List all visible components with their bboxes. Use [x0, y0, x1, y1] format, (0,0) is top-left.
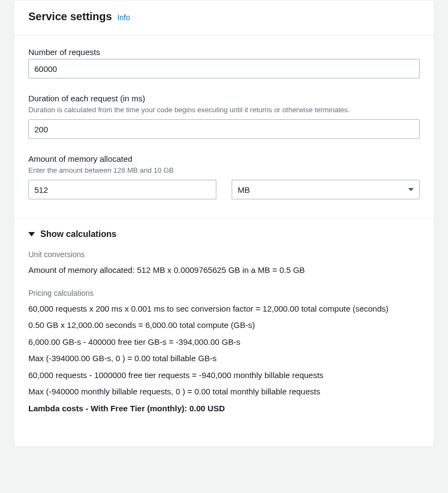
requests-input[interactable] [28, 59, 420, 78]
pricing-line: 60,000 requests x 200 ms x 0.001 ms to s… [28, 303, 420, 315]
panel-body: Number of requests Duration of each requ… [14, 35, 434, 218]
service-settings-panel: Service settings Info Number of requests… [14, 0, 434, 447]
pricing-line: 0.50 GB x 12,000.00 seconds = 6,000.00 t… [28, 319, 420, 332]
unit-conversion-line: Amount of memory allocated: 512 MB x 0.0… [28, 264, 420, 277]
memory-hint: Enter the amount between 128 MB and 10 G… [28, 166, 420, 175]
duration-input[interactable] [28, 119, 420, 139]
pricing-line: Max (-394000.00 GB-s, 0 ) = 0.00 total b… [28, 352, 420, 365]
panel-title: Service settings [28, 10, 112, 23]
field-number-of-requests: Number of requests [28, 47, 420, 78]
field-duration: Duration of each request (in ms) Duratio… [28, 94, 420, 139]
pricing-line: 60,000 requests - 1000000 free tier requ… [28, 369, 420, 382]
duration-label: Duration of each request (in ms) [28, 94, 420, 103]
pricing-line: Max (-940000 monthly billable requests, … [28, 386, 420, 398]
calculations-section: Show calculations Unit conversions Amoun… [14, 218, 434, 446]
memory-unit-select[interactable]: MB [232, 180, 420, 199]
pricing-total-line: Lambda costs - With Free Tier (monthly):… [28, 403, 420, 415]
requests-label: Number of requests [28, 47, 420, 57]
show-calculations-label: Show calculations [40, 229, 117, 239]
memory-label: Amount of memory allocated [28, 154, 420, 163]
caret-down-icon [28, 232, 35, 236]
show-calculations-toggle[interactable]: Show calculations [28, 229, 420, 239]
pricing-calculations-heading: Pricing calculations [28, 289, 420, 297]
field-memory: Amount of memory allocated Enter the amo… [28, 154, 420, 199]
panel-header: Service settings Info [14, 1, 434, 35]
pricing-line: 6,000.00 GB-s - 400000 free tier GB-s = … [28, 336, 420, 349]
unit-conversions-block: Unit conversions Amount of memory alloca… [28, 250, 420, 277]
info-link[interactable]: Info [117, 13, 130, 22]
duration-hint: Duration is calculated from the time you… [28, 105, 420, 115]
unit-conversions-heading: Unit conversions [28, 250, 420, 259]
memory-input[interactable] [28, 180, 216, 199]
pricing-calculations-block: Pricing calculations 60,000 requests x 2… [28, 289, 420, 415]
